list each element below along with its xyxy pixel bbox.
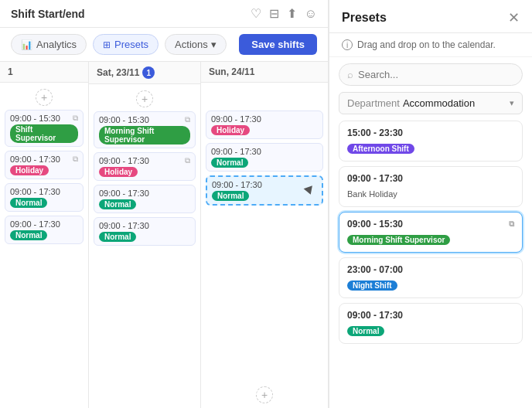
top-bar-icons: ♡ ⊟ ⬆ ☺ (251, 6, 317, 21)
search-icon: ⌕ (347, 69, 353, 80)
shift-badge: Normal (10, 230, 47, 240)
actions-button[interactable]: Actions ▾ (165, 34, 227, 55)
presets-header: Presets ✕ (329, 0, 532, 33)
shift-badge: Normal (99, 199, 136, 209)
calendar-grid: 1 + 09:00 - 15:30 ⧉ Shift Supervisor 09:… (0, 62, 328, 408)
printer-icon[interactable]: ⊟ (269, 6, 279, 21)
shift-card[interactable]: 09:00 - 17:30 ⧉ Holiday (5, 151, 84, 179)
shift-card[interactable]: 09:00 - 15:30 ⧉ Shift Supervisor (5, 110, 84, 147)
shift-badge: Shift Supervisor (10, 124, 78, 143)
shift-badge: Holiday (10, 165, 49, 175)
shift-time: 09:00 - 17:30 (99, 189, 190, 198)
preset-badge: Normal (347, 326, 384, 336)
shift-card[interactable]: 09:00 - 17:30 Normal (94, 185, 196, 213)
copy-icon[interactable]: ⧉ (73, 114, 78, 123)
actions-label: Actions (175, 39, 208, 50)
shift-card[interactable]: 09:00 - 17:30 Normal (5, 183, 84, 212)
copy-icon[interactable]: ⧉ (73, 155, 78, 164)
copy-icon[interactable]: ⧉ (185, 156, 190, 165)
preset-icon: ⊞ (103, 39, 111, 50)
shift-badge: Normal (10, 198, 47, 208)
shift-time: 09:00 - 17:30 (99, 221, 190, 230)
shift-card[interactable]: 09:00 - 17:30 Holiday (206, 110, 323, 139)
toolbar: 📊 Analytics ⊞ Presets Actions ▾ Save shi… (0, 28, 328, 62)
dept-label: Department (347, 97, 400, 109)
col-header-0: 1 (0, 62, 88, 83)
preset-label: Bank Holiday (347, 189, 397, 199)
add-shift-btn-2[interactable]: + (256, 386, 273, 403)
page-title: Shift Start/end (11, 8, 85, 20)
presets-title: Presets (342, 11, 387, 25)
col-badge-1: 1 (142, 66, 155, 79)
preset-item-bank-holiday[interactable]: 09:00 - 17:30 Bank Holiday (339, 166, 523, 207)
emoji-icon[interactable]: ☺ (305, 7, 317, 21)
drop-zone[interactable]: 09:00 - 17:30 Normal (206, 175, 323, 206)
shift-card[interactable]: 09:00 - 17:30 Normal (94, 217, 196, 246)
search-input[interactable] (358, 69, 514, 80)
upload-icon[interactable]: ⬆ (287, 6, 297, 21)
calendar-column-1: Sat, 23/11 1 + 09:00 - 15:30 ⧉ Morning S… (89, 62, 201, 408)
chevron-down-icon: ▾ (510, 98, 514, 108)
shift-card[interactable]: 09:00 - 15:30 ⧉ Morning Shift Supervisor (94, 111, 196, 148)
copy-icon[interactable]: ⧉ (185, 115, 190, 124)
preset-item-afternoon-shift[interactable]: 15:00 - 23:30 Afternoon Shift (339, 121, 523, 162)
shift-time: 09:00 - 15:30 ⧉ (99, 115, 190, 124)
presets-tab[interactable]: ⊞ Presets (93, 34, 159, 55)
shift-badge: Normal (99, 232, 136, 242)
preset-time: 09:00 - 15:30 ⧉ (347, 219, 514, 230)
copy-icon[interactable]: ⧉ (509, 219, 514, 229)
calendar-column-2: Sun, 24/11 09:00 - 17:30 Holiday 09:00 -… (201, 62, 328, 408)
col-header-2: Sun, 24/11 (201, 62, 328, 83)
presets-label: Presets (114, 39, 148, 50)
heart-icon[interactable]: ♡ (251, 6, 261, 21)
shift-badge: Holiday (211, 125, 250, 135)
shift-time: 09:00 - 17:30 ⧉ (99, 156, 190, 165)
close-button[interactable]: ✕ (508, 11, 520, 25)
department-filter[interactable]: DepartmentAccommodation ▾ (339, 92, 523, 114)
add-shift-btn-1[interactable]: + (136, 90, 153, 107)
analytics-label: Analytics (36, 39, 77, 50)
shift-time: 09:00 - 17:30 (211, 147, 318, 156)
preset-badge: Night Shift (347, 280, 397, 291)
shift-card[interactable]: 09:00 - 17:30 ⧉ Holiday (94, 152, 196, 181)
preset-time: 09:00 - 17:30 (347, 310, 514, 321)
save-shifts-button[interactable]: Save shifts (239, 34, 317, 55)
preset-time: 09:00 - 17:30 (347, 173, 514, 184)
chevron-down-icon: ▾ (211, 39, 217, 50)
shift-card[interactable]: 09:00 - 17:30 Normal (206, 143, 323, 172)
add-shift-btn-0[interactable]: + (36, 89, 53, 106)
dept-value: Accommodation (403, 97, 475, 109)
info-icon: i (342, 39, 353, 50)
preset-item-night-shift[interactable]: 23:00 - 07:00 Night Shift (339, 257, 523, 298)
drop-zone-time: 09:00 - 17:30 (212, 180, 317, 189)
shift-badge: Normal (211, 158, 248, 168)
shift-badge: Holiday (99, 167, 138, 177)
top-bar: Shift Start/end ♡ ⊟ ⬆ ☺ (0, 0, 328, 28)
cursor-icon (305, 187, 319, 201)
presets-hint: i Drag and drop on to the calendar. (329, 33, 532, 57)
preset-badge: Afternoon Shift (347, 144, 414, 154)
presets-list: 15:00 - 23:30 Afternoon Shift 09:00 - 17… (329, 121, 532, 408)
calendar-column-0: 1 + 09:00 - 15:30 ⧉ Shift Supervisor 09:… (0, 62, 89, 408)
shift-time: 09:00 - 15:30 ⧉ (10, 114, 78, 123)
shift-time: 09:00 - 17:30 (211, 114, 318, 124)
shift-time: 09:00 - 17:30 ⧉ (10, 155, 78, 164)
analytics-tab[interactable]: 📊 Analytics (11, 34, 87, 55)
preset-item-morning-shift[interactable]: 09:00 - 15:30 ⧉ Morning Shift Supervisor (339, 212, 523, 253)
col-date-1: Sat, 23/11 (97, 67, 139, 78)
shift-time: 09:00 - 17:30 (10, 187, 78, 196)
col-body-1: + 09:00 - 15:30 ⧉ Morning Shift Supervis… (89, 84, 200, 408)
preset-time: 23:00 - 07:00 (347, 264, 514, 275)
shift-card[interactable]: 09:00 - 17:30 Normal (5, 216, 84, 244)
preset-time: 15:00 - 23:30 (347, 128, 514, 138)
search-box[interactable]: ⌕ (339, 63, 523, 86)
presets-panel: Presets ✕ i Drag and drop on to the cale… (329, 0, 532, 408)
col-body-2: 09:00 - 17:30 Holiday 09:00 - 17:30 Norm… (201, 83, 328, 408)
col-date-0: 1 (8, 66, 13, 77)
preset-badge: Morning Shift Supervisor (347, 235, 450, 245)
col-body-0: + 09:00 - 15:30 ⧉ Shift Supervisor 09:00… (0, 83, 88, 408)
shift-badge: Normal (212, 191, 249, 201)
calendar-panel: Shift Start/end ♡ ⊟ ⬆ ☺ 📊 Analytics ⊞ Pr… (0, 0, 329, 408)
preset-item-normal[interactable]: 09:00 - 17:30 Normal (339, 303, 523, 344)
chart-icon: 📊 (21, 39, 32, 50)
